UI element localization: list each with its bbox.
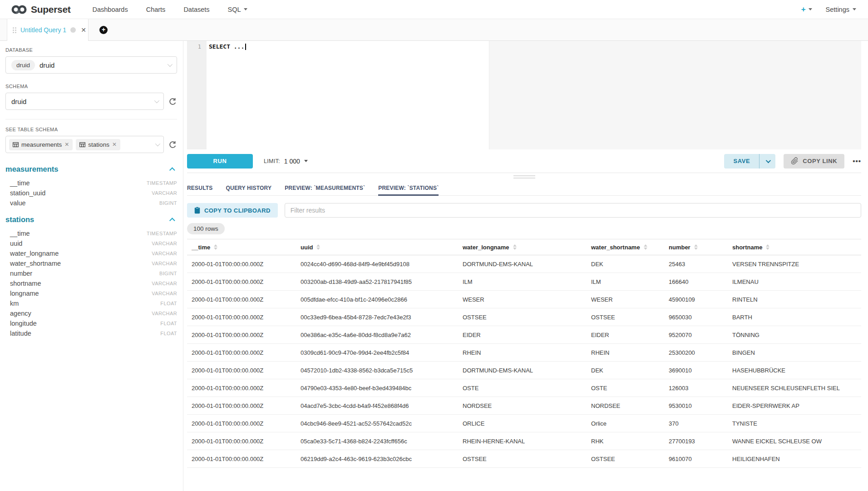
sort-icon <box>513 244 517 250</box>
table-icon <box>13 142 19 147</box>
copy-link-button[interactable]: COPY LINK <box>784 154 844 169</box>
new-item-menu[interactable]: + <box>801 5 812 14</box>
settings-label: Settings <box>826 6 849 13</box>
cell-shortname: NEUENSEER SCHLEUSENFLETH SIEL <box>728 379 861 397</box>
results-tab[interactable]: PREVIEW: `STATIONS` <box>378 180 439 195</box>
cell-number: 25300200 <box>664 344 728 362</box>
cell-time: 2000-01-01T00:00:00.000Z <box>187 273 296 291</box>
column-type: BIGINT <box>159 200 177 206</box>
schema-select[interactable]: druid <box>5 93 164 110</box>
nav-sql-menu[interactable]: SQL <box>219 6 256 13</box>
database-select[interactable]: druid druid <box>5 56 177 74</box>
settings-menu[interactable]: Settings <box>826 6 856 13</box>
column-header[interactable]: __time <box>187 239 296 255</box>
column-header[interactable]: uuid <box>296 239 458 255</box>
chevron-down-icon <box>766 158 771 163</box>
run-button[interactable]: RUN <box>187 154 253 169</box>
refresh-schemas-button[interactable] <box>168 97 177 106</box>
results-tab[interactable]: PREVIEW: `MEASUREMENTS` <box>285 180 365 195</box>
column-header-label: __time <box>192 244 210 251</box>
nav-dashboards[interactable]: Dashboards <box>83 6 137 13</box>
nav-charts[interactable]: Charts <box>137 6 175 13</box>
cell-water-longname: DORTMUND-EMS-KANAL <box>458 255 587 273</box>
column-type: TIMESTAMP <box>147 231 177 236</box>
limit-label: LIMIT: <box>264 158 280 164</box>
remove-table-icon[interactable]: ✕ <box>64 141 69 148</box>
cell-water-shortname: NORDSEE <box>587 397 664 415</box>
cell-shortname: ILMENAU <box>728 273 861 291</box>
copy-to-clipboard-button[interactable]: COPY TO CLIPBOARD <box>187 203 278 218</box>
chevron-down-icon <box>809 8 812 10</box>
cell-uuid: 005dfdae-efcc-410a-bf1c-24096e0c2866 <box>296 291 458 308</box>
cell-time: 2000-01-01T00:00:00.000Z <box>187 415 296 432</box>
refresh-tables-button[interactable] <box>168 140 177 149</box>
text-cursor <box>245 44 246 50</box>
cell-time: 2000-01-01T00:00:00.000Z <box>187 450 296 468</box>
results-tab[interactable]: QUERY HISTORY <box>226 180 272 195</box>
results-tab[interactable]: RESULTS <box>187 180 213 195</box>
table-tag[interactable]: stations ✕ <box>76 139 120 150</box>
column-header[interactable]: number <box>664 239 728 255</box>
infinity-logo-icon <box>11 5 27 15</box>
superset-logo[interactable]: Superset <box>11 4 70 15</box>
table-tag[interactable]: measurements ✕ <box>9 139 73 150</box>
table-row: 2000-01-01T00:00:00.000Z 0309cd61-90c9-4… <box>187 344 861 362</box>
measurements-schema-header[interactable]: measurements <box>5 165 177 174</box>
save-button[interactable]: SAVE <box>724 154 759 169</box>
add-tab-button[interactable]: + <box>99 26 108 34</box>
database-label: DATABASE <box>5 47 177 53</box>
refresh-icon <box>168 97 177 106</box>
filter-results-input[interactable] <box>285 203 861 218</box>
pane-resize-handle[interactable] <box>513 175 535 180</box>
column-name: agency <box>10 310 31 317</box>
save-options-button[interactable] <box>759 154 775 169</box>
editor-code-area[interactable]: SELECT ... <box>207 41 861 149</box>
editor-toolbar: RUN LIMIT: 1 000 SAVE COPY LINK ••• <box>187 149 861 173</box>
database-value: druid <box>39 61 54 69</box>
stations-schema-header[interactable]: stations <box>5 215 177 224</box>
stations-columns: __time TIMESTAMP uuid VARCHAR water_long… <box>5 228 177 338</box>
cell-water-shortname: OSTSEE <box>587 450 664 468</box>
close-tab-icon[interactable]: ✕ <box>81 26 86 34</box>
results-table-body: 2000-01-01T00:00:00.000Z 0024cc40-d690-4… <box>187 255 861 468</box>
more-actions-button[interactable]: ••• <box>853 157 861 165</box>
schema-column-row: agency VARCHAR <box>5 308 177 318</box>
table-schema-select[interactable]: measurements ✕ stations ✕ <box>5 136 164 153</box>
chevron-down-icon <box>853 8 856 10</box>
column-name: km <box>10 300 19 307</box>
nav-datasets[interactable]: Datasets <box>174 6 218 13</box>
brand-name: Superset <box>31 4 70 15</box>
drag-handle-icon[interactable] <box>13 27 16 33</box>
cell-water-longname: RHEIN-HERNE-KANAL <box>458 432 587 450</box>
cell-shortname: RINTELN <box>728 291 861 308</box>
cell-number: 126003 <box>664 379 728 397</box>
refresh-icon <box>168 140 177 149</box>
column-header[interactable]: water_longname <box>458 239 587 255</box>
column-type: VARCHAR <box>152 281 177 286</box>
table-row: 2000-01-01T00:00:00.000Z 04790e03-4353-4… <box>187 379 861 397</box>
column-type: VARCHAR <box>152 311 177 316</box>
cell-number: 25463 <box>664 255 728 273</box>
schema-value: druid <box>11 98 26 105</box>
schema-column-row: uuid VARCHAR <box>5 238 177 248</box>
sql-editor[interactable]: 1 SELECT ... <box>187 41 861 149</box>
cell-water-shortname: OSTSEE <box>587 308 664 326</box>
table-row: 2000-01-01T00:00:00.000Z 00e386ac-e35c-4… <box>187 326 861 344</box>
query-tab-title[interactable]: Untitled Query 1 <box>20 26 66 34</box>
column-header[interactable]: water_shortname <box>587 239 664 255</box>
cell-uuid: 04cbc946-8ee9-4521-ac52-557642cad52c <box>296 415 458 432</box>
remove-table-icon[interactable]: ✕ <box>112 141 117 148</box>
column-header[interactable]: shortname <box>728 239 861 255</box>
schema-table-name: stations <box>5 215 34 224</box>
chevron-down-icon <box>244 8 247 10</box>
sql-lab-sidebar: DATABASE druid druid SCHEMA druid SEE TA… <box>0 41 183 491</box>
limit-dropdown[interactable]: LIMIT: 1 000 <box>264 158 308 165</box>
sidebar-divider <box>5 119 177 119</box>
column-name: uuid <box>10 240 22 247</box>
column-type: VARCHAR <box>152 251 177 256</box>
query-tab[interactable]: Untitled Query 1 ✕ <box>7 19 89 41</box>
schema-column-row: latitude FLOAT <box>5 328 177 338</box>
cell-water-shortname: WESER <box>587 291 664 308</box>
cell-water-longname: WESER <box>458 291 587 308</box>
cell-time: 2000-01-01T00:00:00.000Z <box>187 379 296 397</box>
